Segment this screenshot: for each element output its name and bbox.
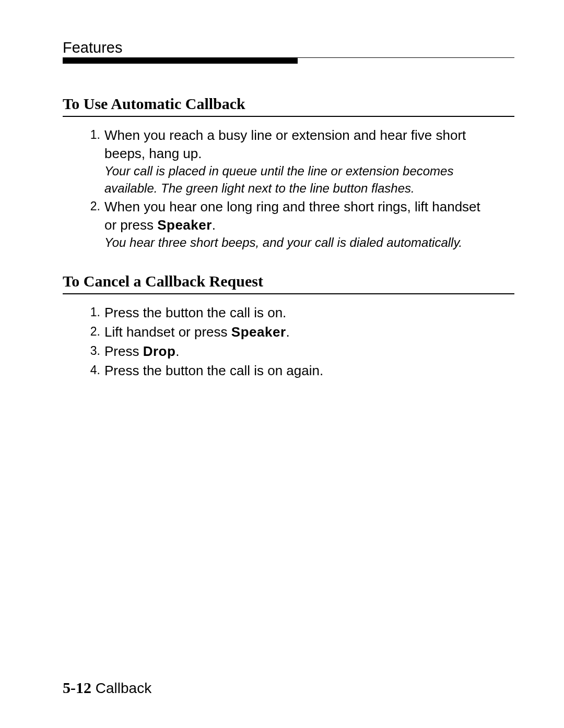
- list-text: Press the button the call is on.: [104, 305, 286, 320]
- list-text: Press the button the call is on again.: [104, 363, 323, 378]
- page-footer: 5-12 Callback: [63, 679, 151, 697]
- list-item: 2. Lift handset or press Speaker.: [89, 323, 486, 341]
- list-marker: 2.: [89, 323, 104, 340]
- list-body: Press the button the call is on.: [104, 304, 486, 322]
- keycap-speaker: Speaker: [157, 217, 212, 233]
- list-marker: 3.: [89, 342, 104, 359]
- list-text: Lift handset or press: [104, 324, 231, 340]
- list-body: When you hear one long ring and three sh…: [104, 198, 486, 252]
- list-item: 4. Press the button the call is on again…: [89, 362, 486, 380]
- list-text: When you reach a busy line or extension …: [104, 127, 466, 161]
- list-body: Press Drop.: [104, 342, 486, 361]
- step-list-1: 1. When you reach a busy line or extensi…: [89, 126, 486, 252]
- keycap-speaker: Speaker: [231, 324, 286, 340]
- step-list-2: 1. Press the button the call is on. 2. L…: [89, 304, 486, 380]
- list-marker: 1.: [89, 304, 104, 320]
- page-number: 5-12: [63, 679, 91, 696]
- list-body: When you reach a busy line or extension …: [104, 126, 486, 197]
- list-note: You hear three short beeps, and your cal…: [104, 234, 486, 251]
- list-item: 1. Press the button the call is on.: [89, 304, 486, 322]
- list-text: .: [286, 324, 290, 340]
- list-text: Press: [104, 343, 143, 359]
- list-note: Your call is placed in queue until the l…: [104, 163, 486, 197]
- list-marker: 1.: [89, 126, 104, 143]
- keycap-drop: Drop: [143, 343, 176, 359]
- list-item: 1. When you reach a busy line or extensi…: [89, 126, 486, 197]
- list-text: .: [175, 343, 179, 359]
- footer-section-name: Callback: [96, 680, 151, 696]
- list-body: Lift handset or press Speaker.: [104, 323, 486, 341]
- section-heading-2: To Cancel a Callback Request: [63, 272, 514, 294]
- header-thick-bar: [63, 58, 298, 64]
- list-text: .: [212, 217, 216, 233]
- list-item: 3. Press Drop.: [89, 342, 486, 361]
- page-header-title: Features: [63, 39, 514, 56]
- list-body: Press the button the call is on again.: [104, 362, 486, 380]
- list-marker: 4.: [89, 362, 104, 378]
- list-marker: 2.: [89, 198, 104, 214]
- list-item: 2. When you hear one long ring and three…: [89, 198, 486, 252]
- section-heading-1: To Use Automatic Callback: [63, 95, 514, 117]
- header-rule: Features: [63, 39, 514, 58]
